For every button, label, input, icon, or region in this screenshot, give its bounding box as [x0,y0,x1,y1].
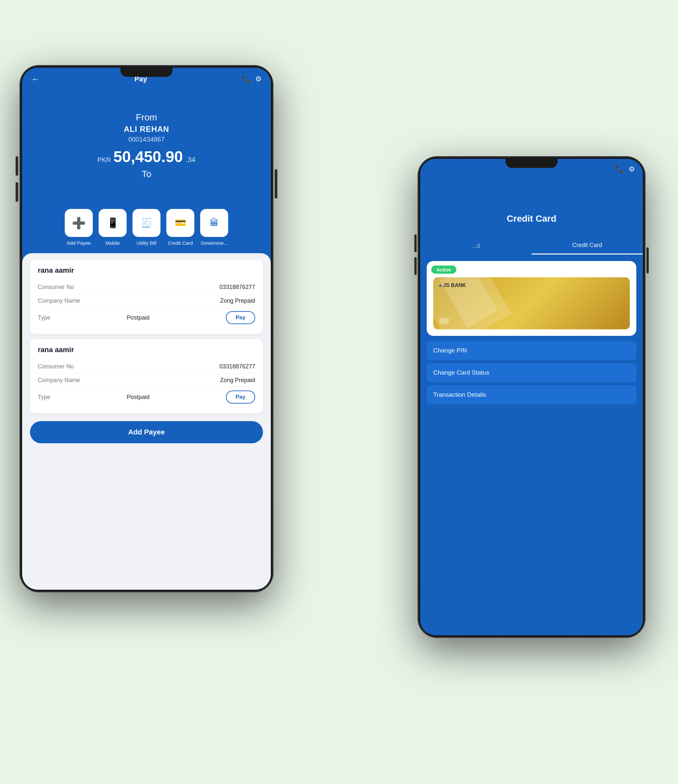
to-label: To [142,169,151,179]
utility-icon-box: 🧾 [132,209,160,237]
mobile-icon-box: 📱 [99,209,127,237]
government-icon: 🏛 [210,218,219,228]
pay-button-1[interactable]: Pay [226,311,255,324]
whatsapp-icon-2[interactable]: 📞 [615,165,624,173]
transaction-details-button[interactable]: Transaction Details [427,385,636,404]
account-name: ALI REHAN [124,124,169,134]
utility-bill-label: Utility Bill [137,240,157,246]
phone1-screen: ← Pay 📞 ⚙ From ALI REHAN 0001434867 PKR … [22,68,271,590]
power-button-2[interactable] [647,247,649,273]
balance-decimal: .34 [185,156,196,164]
change-card-status-button[interactable]: Change Card Status [427,363,636,382]
jsbank-star: ★ [439,283,443,288]
company-name-label-2: Company Name [38,377,80,384]
hero-section: From ALI REHAN 0001434867 PKR 50,450.90 … [22,90,271,201]
power-button[interactable] [275,169,277,199]
payee-icons-row: ➕ Add Payee 📱 Mobile 🧾 Utility Bill 💳 [22,201,271,253]
consumer-no-value-2: 03318876277 [219,363,255,370]
tab-debit[interactable]: ...d [420,237,532,255]
table-row: Consumer No 03318876277 [38,280,255,294]
volume-down-button-2[interactable] [414,257,417,275]
utility-icon: 🧾 [141,218,152,228]
active-badge: Active [431,266,456,274]
change-pin-button[interactable]: Change PIN [427,341,636,360]
volume-up-button[interactable] [16,156,18,176]
table-row: Type Postpaid Pay [38,387,255,407]
phone2-header-icons: 📞 ⚙ [615,165,635,173]
payee-list: rana aamir Consumer No 03318876277 Compa… [22,253,271,590]
payee-government[interactable]: 🏛 Governme... [200,209,228,246]
table-row: Company Name Zong Prepaid [38,294,255,308]
type-value-1: Postpaid [127,314,149,321]
phone2-content: Active ★ JS BANK Change PIN Change Card … [420,255,643,635]
card-chip [440,317,449,324]
credit-card-icon-box: 💳 [166,209,194,237]
from-label: From [136,112,157,123]
back-button[interactable]: ← [31,74,40,84]
company-name-value-1: Zong Prepaid [220,297,255,304]
government-label: Governme... [201,240,228,246]
consumer-no-label-1: Consumer No [38,284,74,291]
type-label-1: Type [38,314,50,321]
type-value-2: Postpaid [127,394,149,401]
payee-card-2: rana aamir Consumer No 03318876277 Compa… [30,339,263,413]
js-bank-card: ★ JS BANK [433,277,630,329]
account-number: 0001434867 [128,136,164,143]
table-row: Type Postpaid Pay [38,308,255,327]
table-row: Consumer No 03318876277 [38,360,255,373]
volume-up-button-2[interactable] [414,234,417,252]
volume-down-button[interactable] [16,182,18,202]
whatsapp-icon[interactable]: 📞 [242,75,250,83]
company-name-label-1: Company Name [38,297,80,304]
add-payee-label: Add Payee [67,240,90,246]
consumer-no-value-1: 03318876277 [219,284,255,291]
phone1: ← Pay 📞 ⚙ From ALI REHAN 0001434867 PKR … [20,65,274,592]
payee-mobile[interactable]: 📱 Mobile [99,209,127,246]
notch [120,68,173,77]
balance-row: PKR 50,450.90 .34 [97,148,195,166]
payee-add-payee[interactable]: ➕ Add Payee [65,209,93,246]
phone2: 📞 ⚙ Credit Card ...d Credit Card Active [418,156,645,638]
credit-card-icon: 💳 [175,218,186,228]
credit-card-container: Active ★ JS BANK [427,261,636,336]
payee-credit-card[interactable]: 💳 Credit Card [166,209,194,246]
payee-name-1: rana aamir [38,266,255,275]
currency-label: PKR [97,156,111,164]
notch-2 [505,159,558,168]
payee-name-2: rana aamir [38,345,255,354]
add-payee-icon-box: ➕ [65,209,93,237]
table-row: Company Name Zong Prepaid [38,373,255,387]
phone2-screen: 📞 ⚙ Credit Card ...d Credit Card Active [420,159,643,635]
company-name-value-2: Zong Prepaid [220,377,255,384]
payee-utility-bill[interactable]: 🧾 Utility Bill [132,209,160,246]
jsbank-logo-text: ★ JS BANK [439,283,466,288]
type-label-2: Type [38,394,50,401]
add-payee-bottom-button[interactable]: Add Payee [30,421,263,443]
tab-row: ...d Credit Card [420,237,643,255]
govt-icon-box: 🏛 [200,209,228,237]
settings-icon-2[interactable]: ⚙ [628,165,635,173]
payee-card-1: rana aamir Consumer No 03318876277 Compa… [30,260,263,334]
pay-button-2[interactable]: Pay [226,390,255,404]
credit-card-label: Credit Card [168,240,193,246]
mobile-icon: 📱 [107,217,119,229]
mobile-label: Mobile [106,240,120,246]
consumer-no-label-2: Consumer No [38,363,74,370]
header-icons: 📞 ⚙ [242,75,262,83]
tab-credit[interactable]: Credit Card [532,237,643,255]
balance-amount: 50,450.90 [113,148,183,166]
add-icon: ➕ [72,216,86,229]
settings-icon[interactable]: ⚙ [255,75,262,83]
credit-card-title: Credit Card [507,213,556,224]
